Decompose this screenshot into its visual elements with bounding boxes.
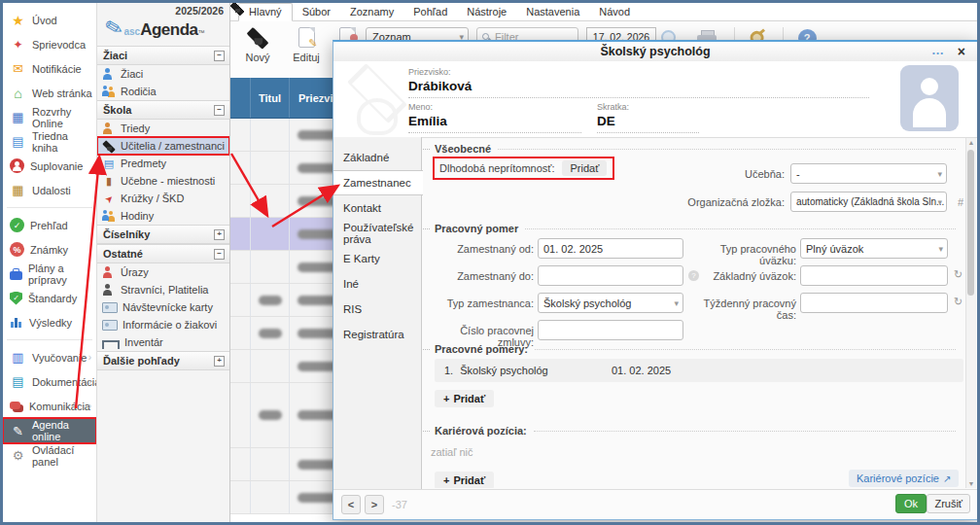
tree-item-label: Návštevnícke karty [122, 301, 213, 313]
nav-item-sprievodca[interactable]: Sprievodca [3, 32, 96, 56]
nav-item-agenda-online[interactable]: Agenda online [3, 418, 96, 443]
tree-item-informacie-o-ziakovi[interactable]: Informácie o žiakovi [97, 316, 229, 333]
load-type-select[interactable]: Plný úväzok▾ [800, 238, 948, 259]
expand-icon[interactable]: + [214, 356, 225, 367]
tree-item-ucitelia-zamestnanci[interactable]: Učitelia / zamestnanci [97, 137, 229, 155]
nav-item-dokumentacia[interactable]: Dokumentácia [3, 369, 96, 394]
nav-item-znamky[interactable]: Známky [3, 237, 96, 262]
titul-cell [251, 152, 290, 184]
tab-e-karty[interactable]: E Karty [333, 246, 421, 271]
ok-button[interactable]: Ok [895, 494, 927, 513]
nav-item-uvod[interactable]: Úvod [3, 8, 96, 32]
nav-item-label: Agenda online [32, 419, 96, 442]
menu-item-hlavny[interactable]: Hlavný [238, 3, 293, 21]
employee-type-label: Typ zamestnanca: [423, 298, 534, 309]
employment-entry-row[interactable]: 1. Školský psychológ 01. 02. 2025 [435, 359, 963, 382]
scroll-up-icon[interactable]: ▲ [966, 139, 976, 146]
tree-item-stravnici-platitelia[interactable]: Stravníci, Platitelia [97, 281, 229, 298]
tree-group-label: Žiaci [103, 50, 127, 61]
close-icon[interactable]: × [958, 44, 965, 59]
next-record-button[interactable]: > [365, 495, 384, 514]
tab-kontakt[interactable]: Kontakt [333, 195, 421, 221]
divider [7, 207, 92, 208]
surname-field[interactable]: Priezvisko: Drábiková [408, 67, 869, 98]
nav-item-udalosti[interactable]: Udalosti [3, 178, 96, 202]
tree-item-ucebne-miestnosti[interactable]: Učebne - miestnosti [97, 172, 229, 190]
nav-item-vyucovanie[interactable]: Vyučovanie [3, 345, 96, 369]
chevron-down-icon: ▾ [938, 244, 943, 254]
abbreviation-field[interactable]: Skratka: DE [597, 102, 699, 133]
prev-record-button[interactable]: < [341, 495, 361, 514]
employed-to-input[interactable] [538, 265, 683, 286]
tree-item-hodiny[interactable]: Hodiny [97, 207, 229, 225]
menu-item-nastavenia[interactable]: Nastavenia [516, 4, 589, 20]
tree-item-urazy[interactable]: Úrazy [97, 263, 229, 281]
refresh-icon[interactable]: ↻ [953, 269, 963, 280]
scrollbar-thumb[interactable] [967, 150, 974, 296]
employee-type-select[interactable]: Školský psychológ▾ [538, 293, 683, 313]
tab-ris[interactable]: RIS [333, 297, 421, 322]
nav-item-ovladaci-panel[interactable]: Ovládací panel [3, 443, 96, 468]
career-positions-link[interactable]: Kariérové pozície ↗ [849, 470, 959, 487]
add-employment-button[interactable]: +Pridať [435, 390, 494, 407]
more-options-icon[interactable]: … [931, 43, 944, 57]
contract-no-input[interactable] [538, 320, 683, 340]
tree-item-triedy[interactable]: Triedy [97, 120, 229, 137]
tree-group-ciselniky[interactable]: Číselníky+ [97, 225, 229, 244]
nav-item-notifikacie[interactable]: Notifikácie [3, 56, 96, 81]
tree-item-inventar[interactable]: Inventár [97, 333, 229, 351]
graduation-cap-icon [233, 410, 247, 421]
nav-item-prehlad[interactable]: Prehľad [3, 213, 96, 237]
org-unit-hash-icon[interactable]: # [952, 196, 963, 208]
tree-group-ostatne[interactable]: Ostatné− [97, 244, 229, 263]
nav-item-standardy[interactable]: Štandardy [3, 286, 96, 310]
nav-item-komunikacia[interactable]: Komunikácia [3, 394, 96, 418]
nav-item-rozvrhy-online[interactable]: Rozvrhy Online [3, 105, 96, 129]
room-select[interactable]: -▾ [790, 163, 947, 184]
menu-item-zoznamy[interactable]: Zoznamy [340, 4, 403, 20]
titul-cell [251, 251, 290, 283]
tab-zakladne[interactable]: Základné [333, 145, 421, 170]
menu-item-nastroje[interactable]: Nástroje [457, 4, 516, 20]
firstname-field[interactable]: Meno: Emília [408, 102, 581, 133]
nav-item-triedna-kniha[interactable]: Triedna kniha [3, 129, 96, 154]
new-button[interactable]: Nový [236, 25, 279, 63]
tree-item-ziaci[interactable]: Žiaci [97, 65, 229, 83]
tab-zamestnanec[interactable]: Zamestnanec [333, 170, 423, 195]
tree-group-skola[interactable]: Škola− [97, 100, 229, 120]
nav-item-vysledky[interactable]: Výsledky [3, 310, 96, 334]
collapse-icon[interactable]: − [214, 249, 225, 260]
org-unit-select[interactable]: automaticky (Základná škola Sln...▾ [790, 192, 947, 212]
refresh-icon[interactable]: ↻ [953, 297, 963, 307]
weekly-time-input[interactable] [800, 293, 948, 313]
menu-item-subor[interactable]: Súbor [293, 4, 340, 20]
menu-item-navod[interactable]: Návod [589, 4, 640, 20]
tab-registratura[interactable]: Registratúra [333, 322, 421, 347]
tree-item-predmety[interactable]: Predmety [97, 155, 229, 172]
scroll-down-icon[interactable]: ▼ [966, 480, 976, 487]
tree-group-dalsie-pohlady[interactable]: Ďalšie pohľady+ [97, 351, 229, 370]
dialog-scrollbar[interactable]: ▲ ▼ [965, 138, 976, 488]
collapse-icon[interactable]: − [214, 105, 225, 116]
base-load-input[interactable] [800, 265, 948, 286]
employed-from-input[interactable]: 01. 02. 2025 [538, 238, 683, 259]
expand-icon[interactable]: + [214, 229, 225, 240]
tree-item-rodicia[interactable]: Rodičia [97, 83, 229, 100]
nav-item-web-stranka[interactable]: Web stránka [3, 81, 96, 105]
nav-item-label: Sprievodca [32, 39, 86, 51]
add-career-button[interactable]: +Pridať [435, 472, 494, 488]
cancel-button[interactable]: Zrušiť [927, 494, 970, 513]
edit-button[interactable]: Edituj [285, 25, 328, 63]
tree-item-kruzky-skd[interactable]: Krúžky / ŠKD [97, 190, 229, 207]
menu-item-pohlad[interactable]: Pohľad [403, 4, 457, 20]
nav-item-plany-a-pripravy[interactable]: Plány a prípravy [3, 262, 96, 286]
tab-ine[interactable]: Iné [333, 271, 421, 297]
titul-cell [251, 448, 290, 480]
tab-pouzivatelske-prava[interactable]: Používateľské práva [333, 221, 421, 246]
collapse-icon[interactable]: − [214, 51, 225, 61]
tree-group-ziaci[interactable]: Žiaci− [97, 46, 229, 65]
table-header-titul[interactable]: Titul [251, 78, 290, 118]
tree-item-navstevnicke-karty[interactable]: Návštevnícke karty [97, 298, 229, 316]
avatar[interactable] [900, 65, 959, 131]
nav-item-suplovanie[interactable]: Suplovanie [3, 154, 96, 178]
